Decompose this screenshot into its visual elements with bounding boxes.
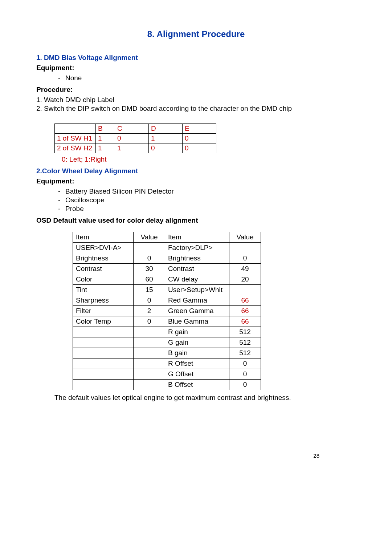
osd-heading: OSD Default value used for color delay a… (36, 216, 356, 224)
table-cell: B Offset (165, 380, 229, 390)
table-cell: 0 (183, 143, 216, 153)
table-cell: Brightness (73, 253, 134, 264)
equipment-list-2: -Battery Biased Silicon PIN Detector -Os… (36, 187, 356, 213)
table-cell: 1 of SW H1 (55, 134, 96, 143)
table-cell (73, 369, 134, 380)
table-row: B C D E (55, 124, 216, 134)
table-cell: Filter (73, 306, 134, 316)
table-cell: 0 (115, 134, 149, 143)
table-row: Color60CW delay20 (73, 274, 261, 285)
table-cell: 0 (134, 253, 165, 264)
table-cell (134, 337, 165, 348)
table-cell: Tint (73, 285, 134, 295)
equipment-label-2: Equipment: (36, 177, 356, 185)
table-cell: G Offset (165, 369, 229, 380)
table-cell: 30 (134, 264, 165, 274)
table-cell: 0 (149, 143, 183, 153)
table-row: G Offset0 (73, 369, 261, 380)
list-item: -Probe (58, 205, 356, 213)
table-cell: 49 (229, 264, 261, 274)
table-cell (134, 327, 165, 337)
table-cell: G gain (165, 337, 229, 348)
table-cell: Contrast (165, 264, 229, 274)
table-row: Contrast30Contrast49 (73, 264, 261, 274)
table-cell: R Offset (165, 358, 229, 369)
table-cell (134, 369, 165, 380)
table-cell (134, 380, 165, 390)
table-row: Filter2Green Gamma66 (73, 306, 261, 316)
table-cell (229, 285, 261, 295)
equipment-label-1: Equipment: (36, 64, 356, 72)
table-cell: User>Setup>Whit (165, 285, 229, 295)
table-cell (73, 327, 134, 337)
table-row: G gain512 (73, 337, 261, 348)
table-cell: Item (165, 232, 229, 243)
table-cell: 0 (134, 316, 165, 327)
table-cell: 1 (149, 134, 183, 143)
table-cell: 0 (229, 358, 261, 369)
table-cell: Green Gamma (165, 306, 229, 316)
table-cell: 60 (134, 274, 165, 285)
table-cell: 2 (134, 306, 165, 316)
equipment-list-1: -None (36, 74, 356, 82)
table-cell: Sharpness (73, 295, 134, 306)
table-row: Sharpness0Red Gamma66 (73, 295, 261, 306)
table-cell: E (183, 124, 216, 134)
table-cell: B gain (165, 348, 229, 358)
dip-switch-table: B C D E 1 of SW H1 1 0 1 0 2 of SW H2 1 … (54, 123, 216, 153)
table-row: 1 of SW H1 1 0 1 0 (55, 134, 216, 143)
table-cell: Color (73, 274, 134, 285)
dip-table-note: 0: Left; 1:Right (62, 155, 356, 163)
table-row: R Offset0 (73, 358, 261, 369)
page-number: 28 (313, 453, 319, 459)
table-cell: CW delay (165, 274, 229, 285)
list-item: -Oscilloscope (58, 196, 356, 204)
page-title: 8. Alignment Procedure (36, 29, 356, 39)
table-row: R gain512 (73, 327, 261, 337)
table-row: 2 of SW H2 1 1 0 0 (55, 143, 216, 153)
table-cell (73, 380, 134, 390)
section-2-heading: 2.Color Wheel Delay Alignment (36, 167, 356, 175)
table-cell: 66 (229, 295, 261, 306)
table-cell: Factory>DLP> (165, 243, 229, 253)
table-cell: 1 (115, 143, 149, 153)
table-cell: 512 (229, 337, 261, 348)
table-cell: Item (73, 232, 134, 243)
osd-default-table: Item Value Item Value USER>DVI-A>Factory… (73, 232, 261, 390)
table-cell (73, 348, 134, 358)
table-row: USER>DVI-A>Factory>DLP> (73, 243, 261, 253)
list-item: -Battery Biased Silicon PIN Detector (58, 187, 356, 195)
table-cell: 1 (96, 143, 115, 153)
table-cell: Value (134, 232, 165, 243)
table-cell: 0 (134, 295, 165, 306)
table-cell (73, 358, 134, 369)
table-cell: R gain (165, 327, 229, 337)
table-cell: Value (229, 232, 261, 243)
procedure-step: 2. Switch the DIP switch on DMD board ac… (36, 105, 356, 113)
table-cell: 66 (229, 306, 261, 316)
table-row: B Offset0 (73, 380, 261, 390)
table-cell: 20 (229, 274, 261, 285)
table-row: Item Value Item Value (73, 232, 261, 243)
table-cell: D (149, 124, 183, 134)
table-cell: 1 (96, 134, 115, 143)
table-cell: 0 (183, 134, 216, 143)
equipment-item: None (65, 74, 82, 82)
table-cell: Color Temp (73, 316, 134, 327)
table-cell: Red Gamma (165, 295, 229, 306)
table-cell (134, 358, 165, 369)
table-cell: USER>DVI-A> (73, 243, 134, 253)
equipment-item: Battery Biased Silicon PIN Detector (65, 187, 174, 195)
footer-note: The default values let optical engine to… (54, 394, 356, 402)
table-cell: 15 (134, 285, 165, 295)
table-cell: 0 (229, 380, 261, 390)
table-cell: 0 (229, 369, 261, 380)
table-row: Tint15User>Setup>Whit (73, 285, 261, 295)
table-cell: 0 (229, 253, 261, 264)
table-cell: B (96, 124, 115, 134)
table-cell: 2 of SW H2 (55, 143, 96, 153)
procedure-step: 1. Watch DMD chip Label (36, 96, 356, 104)
table-cell: 512 (229, 327, 261, 337)
table-cell: C (115, 124, 149, 134)
table-cell: Brightness (165, 253, 229, 264)
